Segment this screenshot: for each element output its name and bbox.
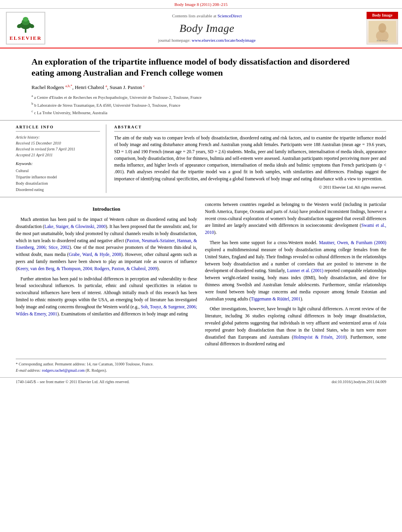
journal-header: ELSEVIER Contents lists available at Sci…: [0, 9, 402, 48]
keywords-section: Keywords: Cultural Tripartite influence …: [16, 161, 100, 193]
article-title: An exploration of the tripartite influen…: [31, 56, 371, 79]
body-left-column: Introduction Much attention has been pai…: [16, 201, 197, 351]
right-para-3: Other investigations, however, have brou…: [205, 306, 387, 348]
right-para-2: There has been some support for a cross-…: [205, 239, 387, 302]
footer-bar: 1740-1445/$ – see front matter © 2011 El…: [0, 377, 402, 386]
affiliation-a: a a Centre d'Etudes et de Recherches en …: [31, 93, 371, 100]
article-info-abstract-section: ARTICLE INFO Article history: Received 1…: [0, 120, 402, 197]
affiliation-c: c c La Trobe University, Melbourne, Aust…: [31, 109, 371, 116]
journal-header-center: Contents lists available at ScienceDirec…: [51, 12, 363, 44]
right-para-1: concerns between countries regarded as b…: [205, 201, 387, 236]
copyright-line: © 2011 Elsevier Ltd. All rights reserved…: [114, 185, 386, 191]
article-title-section: An exploration of the tripartite influen…: [0, 48, 402, 120]
affiliation-b: b b Laboratoire de Stress Traumatique, E…: [31, 101, 371, 108]
sciencedirect-line: Contents lists available at ScienceDirec…: [172, 13, 242, 19]
revised-date: Received in revised form 7 April 2011: [16, 146, 100, 152]
introduction-heading: Introduction: [16, 205, 197, 213]
keyword-tripartite: Tripartite influence model: [16, 174, 100, 180]
journal-title-display: Body Image: [180, 20, 235, 36]
article-info-heading: ARTICLE INFO: [16, 124, 100, 132]
article-info-column: ARTICLE INFO Article history: Received 1…: [16, 124, 106, 193]
corresponding-author-note: * Corresponding author. Permanent addres…: [16, 361, 386, 367]
keywords-list: Cultural Tripartite influence model Body…: [16, 168, 100, 193]
keywords-title: Keywords:: [16, 161, 100, 167]
history-title: Article history:: [16, 135, 100, 140]
intro-para-1: Much attention has been paid to the impa…: [16, 216, 197, 272]
body-image-logo-label: Body Image: [367, 12, 398, 19]
received-date: Received 15 December 2010: [16, 141, 100, 146]
keyword-cultural: Cultural: [16, 168, 100, 174]
body-image-logo-image: Body Image: [367, 19, 398, 44]
keyword-body-dissatisfaction: Body dissatisfaction: [16, 180, 100, 187]
footnote-section: * Corresponding author. Permanent addres…: [16, 359, 386, 373]
body-right-column: concerns between countries regarded as b…: [205, 201, 387, 351]
journal-url[interactable]: www.elsevier.com/locate/bodyimage: [192, 38, 256, 43]
intro-para-2: Further attention has been paid to indiv…: [16, 276, 197, 318]
keyword-disordered-eating: Disordered eating: [16, 187, 100, 193]
issn-line: 1740-1445/$ – see front matter © 2011 El…: [16, 379, 130, 385]
authors-line: Rachel Rodgers a,b,*, Henri Chabrol a, S…: [31, 83, 371, 91]
abstract-column: ABSTRACT The aim of the study was to com…: [114, 124, 386, 193]
accepted-date: Accepted 21 April 2011: [16, 152, 100, 158]
two-col-body: Introduction Much attention has been pai…: [16, 201, 386, 351]
abstract-heading: ABSTRACT: [114, 124, 386, 132]
journal-ref-bar: Body Image 8 (2011) 208–215: [0, 0, 402, 9]
svg-point-3: [23, 17, 28, 22]
affiliations: a a Centre d'Etudes et de Recherches en …: [31, 93, 371, 116]
journal-homepage-line: journal homepage: www.elsevier.com/locat…: [158, 37, 256, 43]
email-note: E-mail address: rodgers.rachel@gmail.com…: [16, 368, 386, 373]
elsevier-label: ELSEVIER: [8, 35, 43, 42]
abstract-text: The aim of the study was to compare leve…: [114, 135, 386, 182]
elsevier-logo: ELSEVIER: [4, 12, 47, 44]
svg-text:Body Image: Body Image: [377, 39, 388, 42]
body-image-logo-box: Body Image Body Image: [367, 12, 398, 44]
body-section: Introduction Much attention has been pai…: [0, 197, 402, 355]
article-history: Article history: Received 15 December 20…: [16, 135, 100, 158]
journal-ref: Body Image 8 (2011) 208–215: [174, 2, 228, 7]
doi-line: doi:10.1016/j.bodyim.2011.04.009: [332, 379, 386, 385]
